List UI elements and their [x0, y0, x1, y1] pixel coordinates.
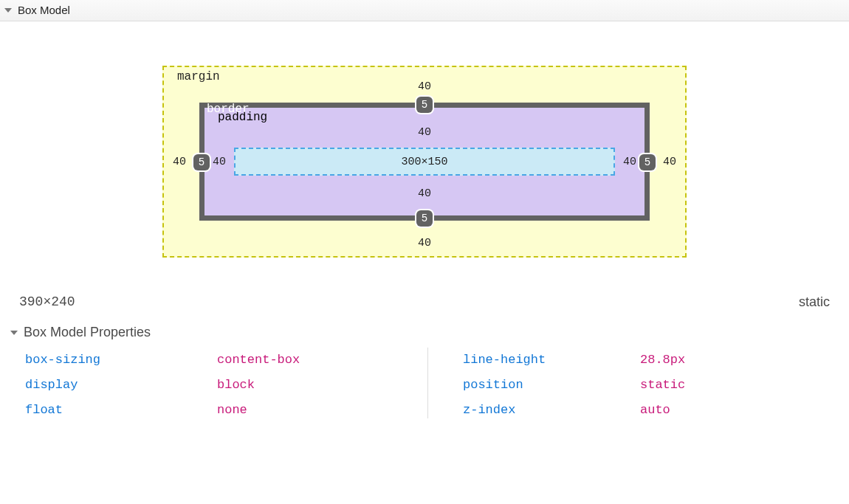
border-right[interactable]: 5 [639, 154, 656, 170]
boxmodel-diagram-container: margin 40 40 40 40 padding border 40 40 … [0, 21, 849, 287]
border-top[interactable]: 5 [416, 97, 433, 113]
padding-bottom[interactable]: 40 [207, 187, 642, 200]
prop-row[interactable]: z-index auto [427, 398, 834, 423]
content-size[interactable]: 300×150 [401, 156, 447, 168]
margin-left[interactable]: 40 [173, 156, 186, 168]
prop-name: float [25, 401, 217, 420]
prop-name: line-height [463, 351, 640, 370]
props-body: box-sizing content-box display block flo… [0, 348, 849, 423]
props-header[interactable]: Box Model Properties [0, 320, 849, 348]
prop-name: z-index [463, 401, 640, 420]
padding-left[interactable]: 40 [213, 156, 226, 168]
prop-value: content-box [217, 351, 300, 370]
content-box[interactable]: 300×150 [234, 148, 615, 176]
caret-down-icon [10, 331, 18, 335]
prop-name: position [463, 376, 640, 395]
panel-header[interactable]: Box Model [0, 0, 849, 21]
prop-row[interactable]: display block [21, 373, 427, 398]
margin-right[interactable]: 40 [663, 156, 676, 168]
panel-title: Box Model [18, 0, 70, 21]
border-left[interactable]: 5 [193, 154, 210, 170]
prop-value: block [217, 376, 255, 395]
prop-name: display [25, 376, 217, 395]
caret-down-icon [4, 8, 12, 13]
border-bottom[interactable]: 5 [416, 210, 433, 227]
prop-row[interactable]: float none [21, 398, 427, 423]
margin-bottom[interactable]: 40 [162, 237, 687, 249]
prop-value: static [640, 376, 685, 395]
props-col-right: line-height 28.8px position static z-ind… [427, 348, 834, 423]
column-divider [427, 348, 428, 418]
boxmodel-diagram: margin 40 40 40 40 padding border 40 40 … [162, 66, 687, 258]
prop-row[interactable]: box-sizing content-box [21, 348, 427, 373]
footprint-position: static [799, 294, 830, 310]
props-title: Box Model Properties [24, 325, 151, 340]
prop-value: auto [640, 401, 670, 420]
footprint-size: 390×240 [19, 294, 75, 310]
margin-top[interactable]: 40 [162, 80, 687, 93]
footprint-row: 390×240 static [0, 287, 849, 320]
prop-row[interactable]: line-height 28.8px [427, 348, 834, 373]
prop-row[interactable]: position static [427, 373, 834, 398]
border-label: border [207, 103, 250, 116]
prop-name: box-sizing [25, 351, 217, 370]
prop-value: none [217, 401, 247, 420]
padding-top[interactable]: 40 [207, 126, 642, 139]
padding-right[interactable]: 40 [623, 156, 636, 168]
prop-value: 28.8px [640, 351, 685, 370]
props-col-left: box-sizing content-box display block flo… [21, 348, 427, 423]
